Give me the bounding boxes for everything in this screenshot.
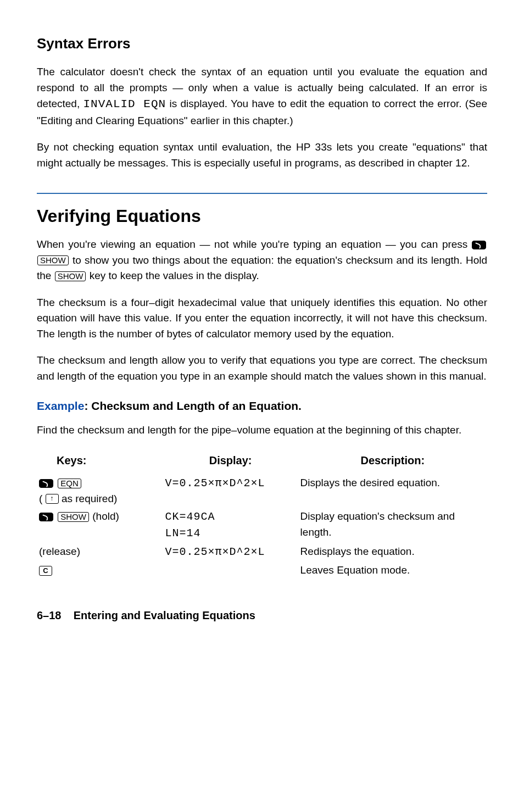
col-keys: Keys:: [37, 449, 163, 474]
right-shift-icon: [472, 241, 486, 249]
show-key: SHOW: [37, 255, 69, 265]
c-key: C: [39, 566, 52, 576]
keys-text: (release): [37, 543, 163, 561]
page-footer: 6–18 Entering and Evaluating Equations: [37, 607, 487, 624]
display-value: LN=14: [165, 527, 201, 540]
table-header-row: Keys: Display: Description:: [37, 449, 487, 474]
right-shift-icon: [39, 479, 53, 488]
display-value: CK=49CA: [165, 510, 215, 523]
display-value: V=0.25×π×D^2×L: [165, 477, 265, 490]
display-value: V=0.25×π×D^2×L: [165, 546, 265, 558]
invalid-eqn-display: INVALID EQN: [83, 98, 166, 110]
page-number: 6–18: [37, 609, 62, 621]
col-description: Description:: [298, 449, 487, 474]
table-row: SHOW (hold) CK=49CA LN=14 Display equati…: [37, 508, 487, 543]
description-text: Display equation's checksum and length.: [298, 508, 487, 543]
eqn-key: EQN: [58, 479, 81, 488]
example-intro: Find the checksum and length for the pip…: [37, 422, 487, 438]
example-label: Example: [37, 399, 84, 412]
text: as required): [62, 493, 117, 504]
show-key: SHOW: [58, 512, 89, 522]
description-text: Displays the desired equation.: [298, 474, 487, 508]
syntax-errors-para-2: By not checking equation syntax until ev…: [37, 140, 487, 171]
verifying-para-3: The checksum and length allow you to ver…: [37, 353, 487, 384]
syntax-errors-heading: Syntax Errors: [37, 33, 487, 54]
verifying-para-1: When you're viewing an equation — not wh…: [37, 237, 487, 284]
example-title: : Checksum and Length of an Equation.: [84, 399, 302, 412]
table-row: (release) V=0.25×π×D^2×L Redisplays the …: [37, 543, 487, 561]
text: (: [39, 493, 46, 504]
right-shift-icon: [39, 513, 53, 521]
show-key: SHOW: [55, 271, 86, 281]
text: (hold): [92, 510, 119, 522]
verifying-para-2: The checksum is a four–digit hexadecimal…: [37, 295, 487, 342]
cursor-up-key: ↑: [46, 494, 59, 504]
syntax-errors-para-1: The calculator doesn't check the syntax …: [37, 64, 487, 129]
example-table: Keys: Display: Description: EQN ( ↑ as r…: [37, 449, 487, 580]
table-row: EQN ( ↑ as required) V=0.25×π×D^2×L Disp…: [37, 474, 487, 508]
table-row: C Leaves Equation mode.: [37, 561, 487, 580]
text: When you're viewing an equation — not wh…: [37, 238, 472, 250]
page-title: Entering and Evaluating Equations: [74, 609, 255, 621]
text: key to keep the values in the display.: [90, 270, 259, 281]
description-text: Redisplays the equation.: [298, 543, 487, 561]
col-display: Display:: [163, 449, 298, 474]
example-heading: Example: Checksum and Length of an Equat…: [37, 397, 487, 415]
description-text: Leaves Equation mode.: [298, 561, 487, 580]
verifying-equations-heading: Verifying Equations: [37, 193, 487, 229]
